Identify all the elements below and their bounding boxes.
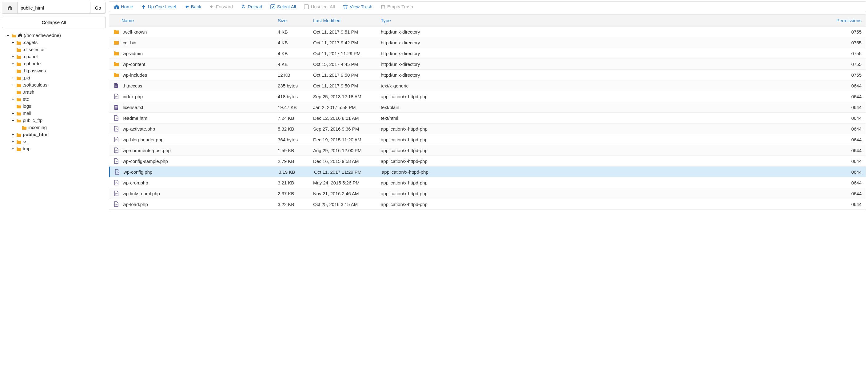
tree-node[interactable]: +.cpanel: [11, 53, 106, 60]
column-header-permissions[interactable]: Permissions: [441, 18, 866, 23]
expand-icon[interactable]: +: [11, 40, 15, 45]
table-row[interactable]: wp-admin4 KBOct 11, 2017 11:29 PMhttpd/u…: [109, 48, 866, 59]
tree-node-label: logs: [23, 104, 31, 109]
tree-node[interactable]: +ssl: [11, 138, 106, 145]
tree-node[interactable]: +.cphorde: [11, 60, 106, 67]
tree-node[interactable]: .htpasswds: [11, 67, 106, 74]
cell-permissions: 0755: [441, 73, 866, 78]
table-row[interactable]: cgi-bin4 KBOct 11, 2017 9:42 PMhttpd/uni…: [109, 37, 866, 48]
cell-name: index.php: [109, 93, 275, 99]
tree-root[interactable]: − (/home/thewedne): [6, 32, 106, 39]
column-header-size[interactable]: Size: [275, 18, 311, 23]
home-button[interactable]: Home: [114, 4, 133, 9]
table-row[interactable]: wp-config-sample.php2.79 KBDec 16, 2015 …: [109, 156, 866, 167]
folder-icon: [16, 90, 22, 94]
check-icon: [270, 4, 275, 9]
collapse-all-button[interactable]: Collapse All: [2, 17, 106, 28]
tree-node[interactable]: +public_html: [11, 131, 106, 138]
tree-node[interactable]: .cl.selector: [11, 46, 106, 53]
path-home-button[interactable]: [2, 2, 18, 13]
path-input[interactable]: [18, 2, 90, 13]
table-row[interactable]: readme.html7.24 KBDec 12, 2016 8:01 AMte…: [109, 113, 866, 123]
table-row[interactable]: .well-known4 KBOct 11, 2017 9:51 PMhttpd…: [109, 27, 866, 37]
up-icon: [141, 4, 146, 9]
file-name: .well-known: [123, 29, 147, 34]
cell-modified: Nov 21, 2016 2:46 AM: [311, 191, 378, 196]
table-row[interactable]: .htaccess235 bytesOct 11, 2017 9:50 PMte…: [109, 80, 866, 91]
column-header-modified[interactable]: Last Modified: [311, 18, 378, 23]
collapse-icon[interactable]: −: [6, 33, 10, 38]
tree-node[interactable]: +mail: [11, 110, 106, 117]
select-all-label: Select All: [277, 4, 296, 9]
select-all-button[interactable]: Select All: [270, 4, 296, 9]
table-header: Name Size Last Modified Type Permissions: [109, 15, 866, 27]
tree-node[interactable]: +.softaculous: [11, 81, 106, 88]
cell-permissions: 0644: [441, 83, 866, 88]
table-row[interactable]: wp-load.php3.22 KBOct 25, 2016 3:15 AMap…: [109, 199, 866, 210]
cell-size: 12 KB: [275, 73, 311, 78]
file-name: index.php: [123, 94, 143, 99]
expand-icon[interactable]: +: [11, 97, 15, 102]
expand-icon[interactable]: +: [11, 76, 15, 80]
tree-node-label: incoming: [28, 125, 47, 130]
up-one-level-button[interactable]: Up One Level: [141, 4, 176, 9]
tree-node[interactable]: +.cagefs: [11, 39, 106, 46]
code-file-icon: [113, 190, 120, 197]
cell-permissions: 0644: [441, 202, 866, 207]
cell-name: wp-config-sample.php: [109, 158, 275, 164]
table-row[interactable]: wp-links-opml.php2.37 KBNov 21, 2016 2:4…: [109, 188, 866, 199]
cell-permissions: 0644: [442, 169, 866, 175]
folder-icon: [113, 61, 120, 67]
table-row[interactable]: wp-activate.php5.32 KBSep 27, 2016 9:36 …: [109, 123, 866, 134]
home-icon: [7, 5, 12, 10]
code-file-icon: [113, 158, 120, 164]
column-header-name[interactable]: Name: [109, 18, 275, 23]
tree-node[interactable]: −public_ftp: [11, 117, 106, 124]
sidebar: Go Collapse All − (/home/thewedne) +.cag…: [0, 0, 107, 372]
expand-icon[interactable]: +: [11, 61, 15, 66]
expand-icon[interactable]: +: [11, 83, 15, 87]
back-button[interactable]: Back: [184, 4, 201, 9]
cell-modified: Aug 29, 2016 12:00 PM: [311, 148, 378, 153]
cell-size: 235 bytes: [275, 83, 311, 88]
expand-icon[interactable]: +: [11, 132, 15, 137]
expand-icon[interactable]: +: [11, 111, 15, 116]
tree-node[interactable]: .trash: [11, 88, 106, 95]
file-table: Name Size Last Modified Type Permissions…: [109, 15, 866, 210]
expand-icon[interactable]: +: [11, 146, 15, 151]
tree-node-label: .cl.selector: [23, 47, 45, 52]
tree-node[interactable]: logs: [11, 103, 106, 110]
table-row[interactable]: wp-cron.php3.21 KBMay 24, 2015 5:26 PMap…: [109, 177, 866, 188]
reload-button[interactable]: Reload: [241, 4, 262, 9]
cell-permissions: 0644: [441, 180, 866, 185]
cell-name: wp-includes: [109, 72, 275, 78]
table-row[interactable]: wp-includes12 KBOct 11, 2017 9:50 PMhttp…: [109, 69, 866, 80]
table-row[interactable]: index.php418 bytesSep 25, 2013 12:18 AMa…: [109, 91, 866, 102]
tree-node[interactable]: +etc: [11, 95, 106, 103]
cell-size: 2.79 KB: [275, 159, 311, 164]
file-name: wp-blog-header.php: [123, 137, 164, 142]
go-button[interactable]: Go: [90, 2, 105, 13]
table-row[interactable]: wp-config.php3.19 KBOct 11, 2017 11:29 P…: [109, 167, 866, 177]
back-icon: [184, 4, 189, 9]
table-row[interactable]: wp-content4 KBOct 15, 2017 4:45 PMhttpd/…: [109, 59, 866, 69]
tree-node[interactable]: +tmp: [11, 145, 106, 152]
table-row[interactable]: wp-comments-post.php1.59 KBAug 29, 2016 …: [109, 145, 866, 156]
tree-node[interactable]: +.pki: [11, 74, 106, 81]
unselect-all-label: Unselect All: [311, 4, 335, 9]
collapse-icon[interactable]: −: [11, 118, 15, 123]
expand-icon[interactable]: +: [11, 139, 15, 144]
view-trash-button[interactable]: View Trash: [343, 4, 372, 9]
cell-modified: Oct 11, 2017 11:29 PM: [312, 169, 379, 175]
column-header-type[interactable]: Type: [378, 18, 441, 23]
table-row[interactable]: wp-blog-header.php364 bytesDec 19, 2015 …: [109, 134, 866, 145]
expand-icon[interactable]: +: [11, 54, 15, 59]
tree-node[interactable]: incoming: [11, 124, 106, 131]
cell-size: 2.37 KB: [275, 191, 311, 196]
cell-modified: Oct 11, 2017 9:42 PM: [311, 40, 378, 45]
forward-label: Forward: [216, 4, 233, 9]
home-icon: [18, 33, 23, 37]
file-name: wp-includes: [123, 73, 147, 78]
cell-name: wp-activate.php: [109, 126, 275, 132]
table-row[interactable]: license.txt19.47 KBJan 2, 2017 5:58 PMte…: [109, 102, 866, 113]
